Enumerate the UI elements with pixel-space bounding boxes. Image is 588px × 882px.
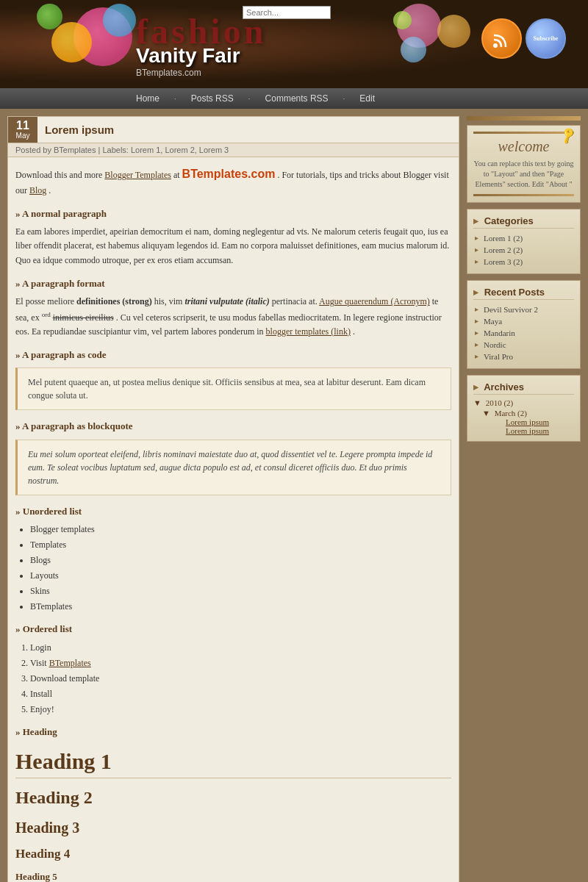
pf-end: . xyxy=(353,326,355,337)
sidebar: 🔑 welcome You can replace this text by g… xyxy=(467,116,581,882)
deco-circle-green xyxy=(37,4,62,29)
btemplates-ordered-link[interactable]: BTemplates xyxy=(49,658,91,668)
pf-text1: El posse meliore xyxy=(15,296,74,306)
nav-sep1: · xyxy=(174,94,176,103)
recent-post-item[interactable]: Nordic xyxy=(473,339,574,351)
archives-icon: ▸ xyxy=(473,381,478,392)
nav-sep3: · xyxy=(343,94,345,103)
archive-post-link-1[interactable]: Lorem ipsum xyxy=(490,417,574,426)
list-item: Blogs xyxy=(30,553,451,567)
nav-comments-rss[interactable]: Comments RSS xyxy=(265,93,329,104)
categories-title: ▸ Categories xyxy=(473,215,574,229)
subscribe-icon[interactable]: Subscribe xyxy=(526,18,566,59)
pf-link2[interactable]: blogger templates (link) xyxy=(266,326,351,337)
post-date-month: May xyxy=(14,132,32,140)
section-heading-label: » Heading xyxy=(15,725,451,739)
category-item[interactable]: Lorem 3 (2) xyxy=(473,256,574,268)
post-date-box: 11 May xyxy=(8,117,37,143)
download-at: at xyxy=(173,170,182,180)
recent-post-item[interactable]: Maya xyxy=(473,315,574,327)
welcome-text: You can replace this text by going to "L… xyxy=(473,159,574,190)
deco-circle-blue xyxy=(103,4,136,37)
blog-link[interactable]: Blog xyxy=(29,185,46,196)
blockquote-block: Eu mei solum oporteat eleifend, libris n… xyxy=(15,440,451,495)
section-normal-paragraph: » A normal paragraph xyxy=(15,207,451,221)
categories-label: Categories xyxy=(484,215,534,226)
download-paragraph: Download this and more Blogger Templates… xyxy=(15,165,451,198)
list-item: Templates xyxy=(30,538,451,551)
rss-icon[interactable] xyxy=(481,18,522,59)
nav-edit[interactable]: Edit xyxy=(359,93,375,104)
categories-list: Lorem 1 (2) Lorem 2 (2) Lorem 3 (2) xyxy=(473,232,574,268)
deco-circle-right4 xyxy=(393,11,412,29)
archive-post-link-2[interactable]: Lorem ipsum xyxy=(490,426,574,435)
archive-posts-container: Lorem ipsum Lorem ipsum xyxy=(482,417,574,435)
recent-posts-widget: ▸ Recent Posts Devil Survivor 2 Maya Man… xyxy=(467,280,581,369)
recent-post-item[interactable]: Devil Survivor 2 xyxy=(473,304,574,315)
welcome-title: welcome xyxy=(473,138,574,155)
blogger-templates-link[interactable]: Blogger Templates xyxy=(104,170,171,180)
unordered-list: Blogger templates Templates Blogs Layout… xyxy=(30,523,451,613)
cat-count-1: (2) xyxy=(513,234,523,243)
deco-circle-right2 xyxy=(437,15,470,48)
heading-1: Heading 1 xyxy=(15,745,451,778)
post-date-day: 11 xyxy=(14,120,32,132)
recent-posts-title: ▸ Recent Posts xyxy=(473,287,574,300)
section-paragraph-format: » A paragraph format xyxy=(15,276,451,291)
heading-4: Heading 4 xyxy=(15,845,451,864)
heading-5: Heading 5 xyxy=(15,870,451,882)
rss-svg xyxy=(491,28,513,50)
archive-year-arrow: ▼ xyxy=(473,398,481,407)
section-blockquote: » A paragraph as blockquote xyxy=(15,419,451,434)
cat-count-2: (2) xyxy=(513,245,523,254)
section-paragraph-code: » A paragraph as code xyxy=(15,348,451,362)
categories-widget: ▸ Categories Lorem 1 (2) Lorem 2 (2) Lor… xyxy=(467,209,581,274)
cat-count-3: (2) xyxy=(513,257,523,266)
svg-point-0 xyxy=(493,43,498,48)
pf-sup: ord xyxy=(42,311,51,318)
deco-circle-right3 xyxy=(401,37,426,62)
navbar: Home · Posts RSS · Comments RSS · Edit xyxy=(0,88,588,109)
post-container: 11 May Lorem ipsum Posted by BTemplates … xyxy=(7,116,459,882)
post-meta: Posted by BTemplates | Labels: Lorem 1, … xyxy=(8,143,459,157)
ordered-list-item: Enjoy! xyxy=(30,703,451,716)
archive-month-toggle[interactable]: ▼ March (2) xyxy=(482,409,574,417)
header-subtitle-area: Vanity Fair BTemplates.com xyxy=(136,44,240,78)
archive-year-label: 2010 (2) xyxy=(486,398,514,407)
category-item[interactable]: Lorem 1 (2) xyxy=(473,232,574,244)
pf-strike: inimicus eircilius xyxy=(53,312,114,323)
search-input[interactable] xyxy=(243,6,331,19)
list-item: BTemplates xyxy=(30,600,451,613)
cat-label-1: Lorem 1 xyxy=(484,234,512,243)
post-title-area: Lorem ipsum xyxy=(37,117,121,143)
main-layout: 11 May Lorem ipsum Posted by BTemplates … xyxy=(0,109,588,882)
code-block: Mel putent quaeque an, ut postea melius … xyxy=(15,368,451,410)
archive-year-toggle[interactable]: ▼ 2010 (2) xyxy=(473,398,574,407)
download-text: Download this and more xyxy=(15,170,102,180)
nav-home[interactable]: Home xyxy=(136,93,159,104)
section-unordered-list: » Unordered list xyxy=(15,504,451,519)
ordered-list: Login Visit BTemplates Download template… xyxy=(30,641,451,716)
category-item[interactable]: Lorem 2 (2) xyxy=(473,244,574,256)
pf-link1[interactable]: Augue quaerendum (Acronym) xyxy=(319,296,430,306)
section-ordered-list: » Ordered list xyxy=(15,622,451,637)
btemplates-logo: BTemplates.com xyxy=(182,168,276,180)
content-area: 11 May Lorem ipsum Posted by BTemplates … xyxy=(7,116,459,882)
site-header: fashion Vanity Fair BTemplates.com Subsc… xyxy=(0,0,588,88)
pf-text3: pertinacia at. xyxy=(272,296,319,306)
recent-post-item[interactable]: Mandarin xyxy=(473,327,574,339)
nav-posts-rss[interactable]: Posts RSS xyxy=(191,93,234,104)
archives-label: Archives xyxy=(484,381,524,392)
nav-sep2: · xyxy=(248,94,251,103)
paragraph-format-text: El posse meliore definitiones (strong) h… xyxy=(15,295,451,339)
recent-post-item[interactable]: Viral Pro xyxy=(473,351,574,362)
welcome-widget: 🔑 welcome You can replace this text by g… xyxy=(467,125,581,203)
recent-posts-list: Devil Survivor 2 Maya Mandarin Nordic Vi… xyxy=(473,304,574,362)
blog-title: Vanity Fair xyxy=(136,44,240,68)
archive-month-label: March (2) xyxy=(495,409,527,417)
blog-provider: BTemplates.com xyxy=(136,68,240,78)
heading-2: Heading 2 xyxy=(15,784,451,811)
subscribe-label: Subscribe xyxy=(534,35,559,42)
post-body: Download this and more Blogger Templates… xyxy=(8,157,459,882)
sidebar-deco-bar xyxy=(467,116,581,121)
